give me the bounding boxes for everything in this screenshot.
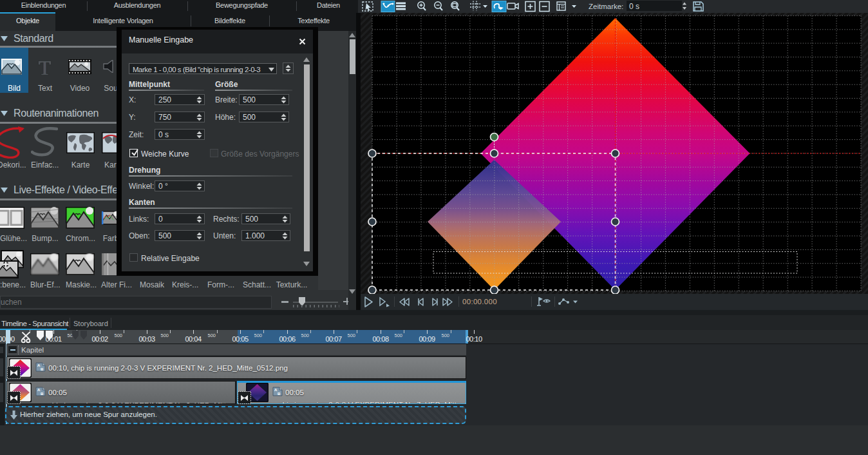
svg-text:B: B: [41, 392, 44, 396]
svg-text:B: B: [41, 367, 44, 371]
svg-text:B: B: [278, 392, 281, 396]
